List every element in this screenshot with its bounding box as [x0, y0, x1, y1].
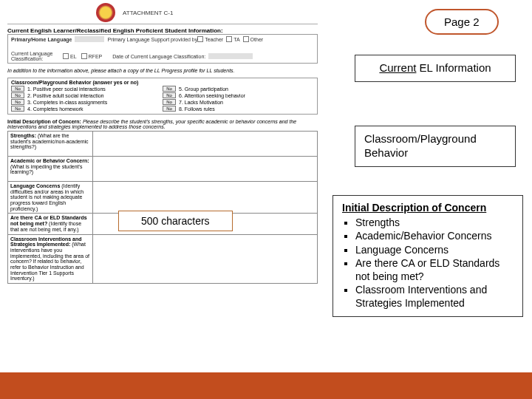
attachment-row: ATTACHMENT C-1	[7, 3, 318, 24]
behav-item: 8. Follows rules	[179, 106, 215, 112]
row-label: Strengths:	[10, 133, 36, 138]
list-item: Language Concerns	[355, 244, 514, 257]
concern-intro-bold: Initial Description of Concern:	[7, 119, 81, 124]
el-info-block: Primary/Home Language Primary Language S…	[7, 34, 318, 64]
row-field	[93, 157, 318, 182]
row-field	[93, 132, 318, 157]
behav-item: 3. Completes in-class assignments	[27, 100, 107, 105]
classification-label: Current Language Classification:	[11, 51, 63, 61]
page-number-pill: Page 2	[425, 9, 499, 35]
no-box: No	[11, 86, 24, 92]
behav-item: 4. Completes homework	[27, 106, 83, 112]
annot-concern-list: Strengths Academic/Behavior Concerns Lan…	[345, 216, 514, 310]
behavior-title: Classroom/Playground Behavior (answer ye…	[11, 80, 138, 85]
el-option: EL	[70, 54, 77, 59]
form-page-preview: ATTACHMENT C-1 Current English Learner/R…	[7, 3, 318, 284]
other-checkbox	[243, 36, 249, 42]
behav-item: 2. Positive adult social interaction	[27, 93, 104, 98]
annot-concern: Initial Description of Concern Strengths…	[332, 195, 523, 317]
behav-item: 1. Positive peer social interactions	[27, 86, 106, 92]
row-sub: (What interventions have you implemented…	[10, 242, 89, 281]
behavior-left-col: No1. Positive peer social interactions N…	[11, 85, 163, 112]
row-label: Language Concerns	[10, 183, 60, 188]
teacher-checkbox	[197, 36, 203, 42]
date-label: Date of Current Language Classification:	[112, 54, 205, 59]
el-checkbox	[63, 53, 69, 59]
annot-el-prefix: Current	[379, 61, 416, 74]
el-section-title: Current English Learner/Reclassified Eng…	[7, 27, 318, 34]
behav-item: 7. Lacks Motivation	[179, 100, 223, 105]
list-item: Strengths	[355, 216, 514, 230]
rfep-checkbox	[81, 53, 87, 59]
behav-item: 5. Group participation	[179, 86, 228, 92]
char-limit-callout: 500 characters	[118, 211, 233, 231]
annot-concern-title: Initial Description of Concern	[342, 202, 514, 215]
ta-option: TA	[233, 37, 239, 42]
row-field	[93, 182, 318, 214]
list-item: Academic/Behavior Concerns	[355, 230, 514, 243]
district-logo-icon	[96, 3, 115, 22]
no-box: No	[163, 106, 176, 112]
behav-item: 6. Attention seeking behavior	[179, 93, 245, 98]
annot-behavior: Classroom/Playground Behavior	[355, 126, 516, 167]
no-box: No	[163, 99, 176, 105]
primary-lang-field	[75, 36, 104, 42]
attachment-label: ATTACHMENT C-1	[123, 10, 173, 16]
primary-lang-label: Primary/Home Language	[11, 37, 72, 42]
annot-el-info: Current EL Information	[355, 55, 516, 82]
rfep-option: RFEP	[89, 54, 103, 59]
row-sub: (What is impeding the student's learning…	[10, 164, 82, 175]
concern-table: Strengths: (What are the student's acade…	[7, 131, 318, 284]
no-box: No	[163, 92, 176, 98]
teacher-option: Teacher	[205, 37, 223, 42]
behavior-block: Classroom/Playground Behavior (answer ye…	[7, 78, 318, 115]
no-box: No	[163, 86, 176, 92]
concern-intro: Initial Description of Concern: Please d…	[7, 119, 318, 129]
other-option: Other	[250, 37, 264, 42]
support-label: Primary Language Support provided by	[107, 37, 197, 42]
footer-bar	[0, 372, 532, 399]
list-item: Are there CA or ELD Standards not being …	[355, 257, 514, 283]
attach-note: In addition to the information above, pl…	[7, 68, 318, 73]
date-field	[208, 53, 253, 59]
ta-checkbox	[226, 36, 232, 42]
no-box: No	[11, 106, 24, 112]
annot-el-rest: EL Information	[416, 61, 491, 74]
behavior-right-col: No5. Group participation No6. Attention …	[163, 85, 314, 112]
list-item: Classroom Interventions and Strategies I…	[355, 284, 514, 310]
no-box: No	[11, 92, 24, 98]
no-box: No	[11, 99, 24, 105]
row-field	[93, 234, 318, 284]
row-label: Academic or Behavior Concern:	[10, 158, 89, 163]
